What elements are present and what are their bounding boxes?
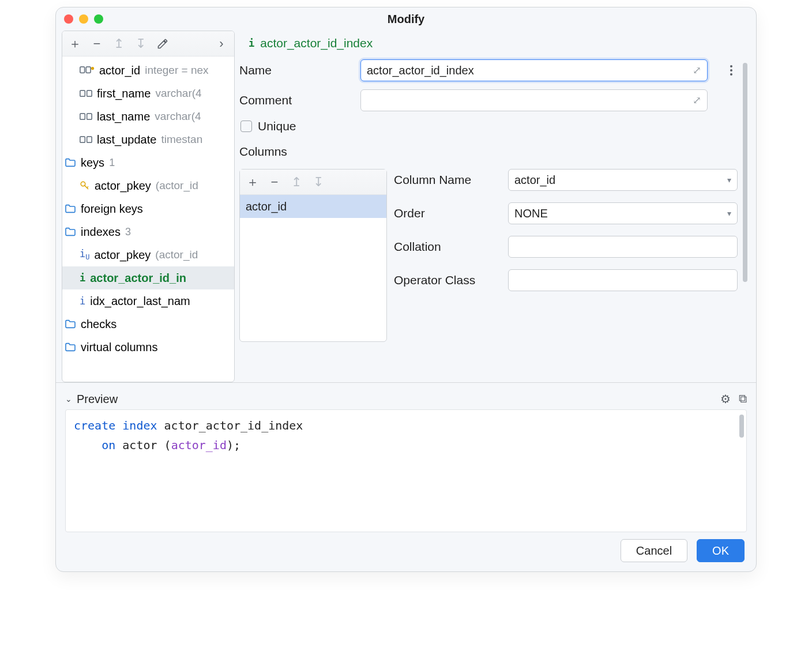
breadcrumb: i actor_actor_id_index <box>239 31 749 56</box>
svg-rect-8 <box>87 137 92 142</box>
svg-rect-6 <box>87 114 92 119</box>
opclass-label: Operator Class <box>394 273 502 287</box>
add-item-button[interactable]: ＋ <box>67 36 83 52</box>
close-window-button[interactable] <box>64 14 73 24</box>
sql-preview: create index actor_actor_id_index on act… <box>65 409 747 532</box>
columns-down-button[interactable]: ↧ <box>310 174 326 190</box>
index-icon: i <box>249 37 254 49</box>
move-up-button[interactable]: ↥ <box>111 36 127 52</box>
tree-item[interactable]: last_name varchar(4 <box>62 105 234 128</box>
refactor-rename-icon[interactable]: ⤢ <box>693 64 701 77</box>
preview-section: ⌄ Preview ⚙ ⧉ create index actor_actor_i… <box>56 382 756 532</box>
svg-rect-1 <box>86 67 91 73</box>
move-down-button[interactable]: ↧ <box>133 36 149 52</box>
structure-sidebar: ＋ − ↥ ↧ › actor_id integer = nexfirst_na… <box>62 31 235 382</box>
expand-node-button[interactable]: › <box>213 36 230 52</box>
name-label: Name <box>239 63 352 77</box>
titlebar: Modify <box>56 7 756 31</box>
svg-rect-0 <box>80 67 85 73</box>
collapse-preview-button[interactable]: ⌄ <box>65 394 72 404</box>
column-name-select[interactable]: actor_id ▾ <box>508 169 738 191</box>
tree-item[interactable]: iactor_actor_id_in <box>62 266 234 289</box>
tree-item[interactable]: actor_id integer = nex <box>62 59 234 82</box>
columns-remove-button[interactable]: − <box>266 174 283 190</box>
tree-item[interactable]: iUactor_pkey (actor_id <box>62 243 234 266</box>
tree-folder[interactable]: keys 1 <box>62 151 234 174</box>
svg-rect-3 <box>80 91 85 96</box>
comment-input[interactable]: ⤢ <box>360 89 708 111</box>
chevron-down-icon: ▾ <box>727 209 731 218</box>
window-title: Modify <box>388 13 424 26</box>
columns-up-button[interactable]: ↥ <box>288 174 304 190</box>
columns-panel: ＋ − ↥ ↧ actor_id <box>239 169 387 342</box>
tree-folder[interactable]: virtual columns <box>62 336 234 359</box>
ok-button[interactable]: OK <box>697 539 745 562</box>
expand-editor-icon[interactable]: ⤢ <box>693 94 701 107</box>
svg-rect-7 <box>80 137 85 142</box>
tree-folder[interactable]: checks <box>62 313 234 336</box>
edit-item-button[interactable] <box>155 36 171 52</box>
minimize-window-button[interactable] <box>79 14 88 24</box>
dialog-buttons: Cancel OK <box>56 532 756 571</box>
unique-checkbox[interactable] <box>240 121 252 132</box>
window-controls <box>64 14 103 24</box>
sidebar-toolbar: ＋ − ↥ ↧ › <box>62 31 234 57</box>
column-list-item[interactable]: actor_id <box>240 195 386 218</box>
opclass-input[interactable] <box>508 269 738 291</box>
unique-label: Unique <box>258 119 296 133</box>
svg-point-2 <box>91 67 94 70</box>
tree-item[interactable]: first_name varchar(4 <box>62 82 234 105</box>
svg-rect-4 <box>87 91 92 96</box>
modify-dialog: Modify ＋ − ↥ ↧ › actor_id integer = nexf… <box>55 7 757 572</box>
more-options-button[interactable] <box>725 64 738 77</box>
columns-section-title: Columns <box>239 145 738 159</box>
collation-label: Collation <box>394 240 502 254</box>
preview-title: Preview <box>77 393 118 406</box>
tree-item[interactable]: iidx_actor_last_nam <box>62 289 234 313</box>
columns-toolbar: ＋ − ↥ ↧ <box>240 170 386 195</box>
tree-folder[interactable]: foreign keys <box>62 197 234 220</box>
tree-item[interactable]: last_update timestan <box>62 128 234 151</box>
column-details: Column Name actor_id ▾ Order NONE ▾ <box>394 169 738 342</box>
column-name-label: Column Name <box>394 173 502 187</box>
columns-add-button[interactable]: ＋ <box>245 174 261 190</box>
chevron-down-icon: ▾ <box>727 175 731 185</box>
open-editor-icon[interactable]: ⧉ <box>739 392 747 406</box>
main-panel: i actor_actor_id_index Name actor_actor_… <box>239 31 749 382</box>
comment-label: Comment <box>239 93 352 107</box>
zoom-window-button[interactable] <box>94 14 103 24</box>
order-label: Order <box>394 206 502 220</box>
svg-rect-5 <box>80 114 85 119</box>
remove-item-button[interactable]: − <box>89 36 105 52</box>
name-input[interactable]: actor_actor_id_index ⤢ <box>360 59 708 81</box>
code-scrollbar[interactable] <box>739 415 744 438</box>
tree-item[interactable]: actor_pkey (actor_id <box>62 174 234 197</box>
order-select[interactable]: NONE ▾ <box>508 202 738 224</box>
tree-folder[interactable]: indexes 3 <box>62 220 234 243</box>
columns-list[interactable]: actor_id <box>240 195 386 341</box>
structure-tree[interactable]: actor_id integer = nexfirst_name varchar… <box>62 57 234 382</box>
collation-input[interactable] <box>508 236 738 258</box>
breadcrumb-name: actor_actor_id_index <box>260 36 373 50</box>
cancel-button[interactable]: Cancel <box>621 539 687 562</box>
main-scrollbar[interactable] <box>743 63 747 282</box>
settings-icon[interactable]: ⚙ <box>720 392 731 406</box>
